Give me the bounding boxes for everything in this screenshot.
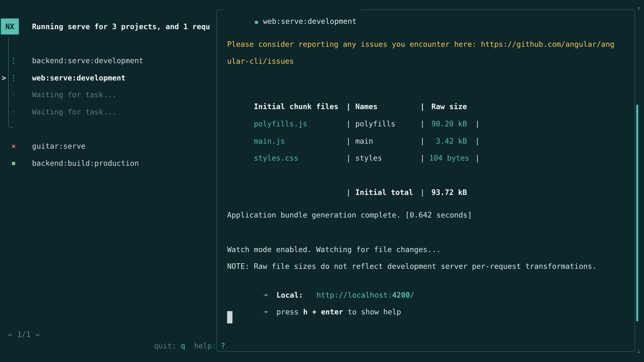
watch-mode-message: Watch mode enabled. Watching for file ch… bbox=[227, 244, 441, 255]
task-label: Waiting for task... bbox=[32, 106, 116, 118]
failed-x-icon: × bbox=[10, 140, 17, 152]
chunk-name: styles bbox=[355, 152, 420, 164]
raw-size-note: NOTE: Raw file sizes do not reflect deve… bbox=[227, 261, 596, 272]
scroll-down-icon[interactable]: ↓ bbox=[635, 346, 642, 356]
pipe-divider: | bbox=[346, 187, 355, 198]
chunk-table-row: polyfills.js|polyfills|90.20 kB| bbox=[227, 107, 480, 118]
help-hint-line: ➜press h + enter to show help bbox=[237, 295, 401, 306]
terminal-cursor bbox=[227, 311, 232, 323]
task-row-web-serve[interactable]: > ⋮ web:serve:development bbox=[0, 72, 216, 84]
help-hint-label: help: bbox=[185, 342, 221, 350]
help-post-text: to show help bbox=[343, 307, 401, 316]
sidebar-title: Running serve for 3 projects, and 1 requ bbox=[32, 21, 216, 32]
pipe-divider: | bbox=[420, 152, 429, 164]
help-pre-text: press bbox=[276, 307, 303, 316]
running-bullet-icon: ● bbox=[254, 18, 258, 25]
url-slash: / bbox=[410, 291, 414, 299]
help-keys: h + enter bbox=[303, 307, 343, 316]
nx-logo: NX bbox=[1, 18, 19, 34]
chunk-table-row: main.js|main|3.42 kB| bbox=[227, 124, 480, 136]
task-row-waiting-2[interactable]: · Waiting for task... bbox=[0, 106, 216, 118]
output-panel: ●web:serve:development Please consider r… bbox=[216, 9, 635, 352]
task-label: Waiting for task... bbox=[32, 89, 116, 100]
selection-pointer-icon: > bbox=[2, 72, 6, 84]
pipe-divider: | bbox=[420, 187, 429, 198]
chunk-file: styles.css bbox=[254, 152, 346, 164]
scroll-up-icon[interactable]: ↑ bbox=[635, 3, 642, 13]
chunk-table-header: Initial chunk files|Names|Raw size bbox=[227, 89, 467, 101]
task-row-guitar-serve[interactable]: × guitar:serve bbox=[0, 140, 216, 152]
chunk-table-total-row: |Initial total|93.72 kB bbox=[227, 175, 467, 187]
task-label: backend:build:production bbox=[32, 158, 139, 169]
spinner-icon: ⋮ bbox=[10, 55, 17, 66]
page-indicator: ← 1/1 → bbox=[8, 329, 40, 340]
chunk-size: 104 bytes bbox=[429, 152, 467, 164]
task-row-backend-serve[interactable]: ⋮ backend:serve:development bbox=[0, 55, 216, 66]
task-label: web:serve:development bbox=[32, 72, 126, 84]
pipe-divider: | bbox=[475, 152, 480, 164]
total-size: 93.72 kB bbox=[429, 187, 467, 198]
panel-title-text: web:serve:development bbox=[263, 17, 356, 25]
task-label: backend:serve:development bbox=[32, 55, 144, 66]
pending-dot-icon: · bbox=[10, 106, 17, 118]
scrollbar-thumb[interactable] bbox=[636, 105, 638, 321]
total-label: Initial total bbox=[355, 187, 420, 198]
panel-title: ●web:serve:development bbox=[224, 4, 361, 15]
task-row-waiting-1[interactable]: · Waiting for task... bbox=[0, 89, 216, 100]
terminal-ui: NX Running serve for 3 projects, and 1 r… bbox=[0, 0, 644, 362]
pipe-divider: | bbox=[346, 152, 355, 164]
local-server-line: ➜Local: http://localhost:4200/ bbox=[237, 278, 414, 290]
quit-hint-label: quit: bbox=[154, 342, 180, 350]
issue-notice-line-1: Please consider reporting any issues you… bbox=[227, 38, 614, 50]
task-sidebar: NX Running serve for 3 projects, and 1 r… bbox=[0, 0, 216, 362]
success-square-icon: ■ bbox=[10, 158, 17, 169]
issue-notice-line-2: ular-cli/issues bbox=[227, 55, 294, 67]
task-row-backend-build[interactable]: ■ backend:build:production bbox=[0, 158, 216, 169]
spinner-icon: ⋮ bbox=[10, 72, 17, 84]
bundle-complete-message: Application bundle generation complete. … bbox=[227, 209, 472, 221]
arrow-icon: ➜ bbox=[263, 306, 276, 318]
quit-key: q bbox=[181, 342, 185, 350]
task-label: guitar:serve bbox=[32, 140, 85, 152]
keyboard-hints: quit: q help: ? bbox=[127, 329, 225, 340]
chunk-table-row: styles.css|styles|104 bytes| bbox=[227, 141, 480, 152]
pending-dot-icon: · bbox=[10, 89, 17, 100]
